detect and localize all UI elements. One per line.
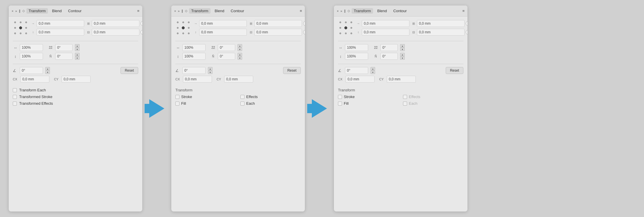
anchor-tc[interactable] xyxy=(20,21,21,23)
rotation-input-1[interactable] xyxy=(20,67,43,74)
tab-contour-2[interactable]: Contour xyxy=(229,8,247,14)
anchor-bc-2[interactable] xyxy=(182,32,184,34)
v-skew-input-3[interactable] xyxy=(380,53,398,60)
transform-each-checkbox[interactable] xyxy=(13,88,17,92)
expand-icon-3[interactable]: » xyxy=(340,9,342,13)
h-scale-input-1[interactable] xyxy=(20,44,43,51)
menu-icon-2[interactable]: ≡ xyxy=(300,9,302,13)
cx-input-1[interactable] xyxy=(20,76,49,83)
h-input-2[interactable] xyxy=(254,29,302,36)
h-skew-down-3[interactable]: ▼ xyxy=(400,48,405,51)
w-radio-3[interactable] xyxy=(466,21,467,26)
menu-icon-1[interactable]: ≡ xyxy=(137,9,139,13)
cy-input-2[interactable] xyxy=(224,76,253,83)
h-input-1[interactable] xyxy=(92,29,139,36)
w-radio-2[interactable] xyxy=(303,21,305,26)
w-input-1[interactable] xyxy=(92,20,139,27)
each-item-3[interactable]: Each xyxy=(403,101,463,106)
stroke-checkbox-2[interactable] xyxy=(175,95,179,99)
v-skew-up-3[interactable]: ▲ xyxy=(400,53,405,56)
h-scale-input-3[interactable] xyxy=(345,44,368,51)
anchor-br-3[interactable] xyxy=(350,32,352,34)
v-skew-down-1[interactable]: ▼ xyxy=(75,56,80,60)
cy-input-3[interactable] xyxy=(387,76,416,83)
anchor-mc[interactable] xyxy=(19,26,22,29)
tab-blend-2[interactable]: Blend xyxy=(212,8,226,14)
v-skew-input-1[interactable] xyxy=(55,53,73,60)
fill-checkbox-2[interactable] xyxy=(175,102,179,106)
anchor-br-2[interactable] xyxy=(188,32,190,34)
anchor-br[interactable] xyxy=(25,32,27,34)
anchor-tc-2[interactable] xyxy=(182,21,184,23)
close-icon[interactable]: × xyxy=(12,9,13,13)
v-scale-input-3[interactable] xyxy=(345,53,368,60)
h-skew-input-3[interactable] xyxy=(380,44,398,51)
v-skew-up-2[interactable]: ▲ xyxy=(238,53,242,56)
transform-each-item[interactable]: Transform Each xyxy=(13,88,138,92)
anchor-ml-2[interactable] xyxy=(177,27,179,29)
x-input-2[interactable] xyxy=(199,20,247,27)
anchor-mr[interactable] xyxy=(25,27,27,29)
stroke-item-2[interactable]: Stroke xyxy=(175,95,236,99)
h-radio-1[interactable] xyxy=(141,30,142,35)
tab-blend-3[interactable]: Blend xyxy=(375,8,389,14)
stroke-item-3[interactable]: Stroke xyxy=(338,95,398,99)
v-skew-up-1[interactable]: ▲ xyxy=(75,53,80,56)
reset-button-3[interactable]: Reset xyxy=(446,67,463,74)
anchor-bc-3[interactable] xyxy=(345,32,347,34)
h-radio-3[interactable] xyxy=(466,30,467,35)
rotation-input-2[interactable] xyxy=(182,67,206,74)
rotation-input-3[interactable] xyxy=(345,67,368,74)
anchor-bl[interactable] xyxy=(14,32,16,34)
y-input-3[interactable] xyxy=(362,29,409,36)
h-skew-up-3[interactable]: ▲ xyxy=(400,44,405,48)
fill-checkbox-3[interactable] xyxy=(338,102,342,106)
rotation-down-1[interactable]: ▼ xyxy=(45,70,50,74)
effects-item-3[interactable]: Effects xyxy=(403,95,463,99)
anchor-bc[interactable] xyxy=(20,32,21,34)
v-scale-input-2[interactable] xyxy=(182,53,206,60)
reset-button-1[interactable]: Reset xyxy=(120,67,138,74)
close-icon-3[interactable]: × xyxy=(337,9,339,13)
transformed-effects-item[interactable]: Transformed Effects xyxy=(13,101,138,106)
anchor-tl-2[interactable] xyxy=(177,21,179,23)
close-icon-2[interactable]: × xyxy=(174,9,176,13)
tab-blend-1[interactable]: Blend xyxy=(50,8,64,14)
x-input-1[interactable] xyxy=(37,20,84,27)
expand-icon[interactable]: » xyxy=(15,9,17,13)
y-input-2[interactable] xyxy=(199,29,247,36)
cy-input-1[interactable] xyxy=(62,76,91,83)
h-scale-input-2[interactable] xyxy=(182,44,206,51)
rotation-down-2[interactable]: ▼ xyxy=(208,70,213,74)
each-checkbox-2[interactable] xyxy=(240,102,244,106)
fill-item-3[interactable]: Fill xyxy=(338,101,398,106)
anchor-tr-2[interactable] xyxy=(188,21,190,23)
anchor-bl-2[interactable] xyxy=(177,32,179,34)
anchor-mc-3[interactable] xyxy=(344,26,347,29)
each-checkbox-3[interactable] xyxy=(403,102,407,106)
h-skew-up-2[interactable]: ▲ xyxy=(238,44,242,48)
anchor-mc-2[interactable] xyxy=(182,26,185,29)
transformed-effects-checkbox[interactable] xyxy=(13,102,17,106)
v-skew-down-2[interactable]: ▼ xyxy=(238,56,242,60)
anchor-tl[interactable] xyxy=(14,21,16,23)
v-skew-input-2[interactable] xyxy=(218,53,235,60)
anchor-ml-3[interactable] xyxy=(339,27,341,29)
anchor-tr[interactable] xyxy=(25,21,27,23)
h-radio-2[interactable] xyxy=(303,30,305,35)
tab-contour-3[interactable]: Contour xyxy=(391,8,409,14)
v-skew-down-3[interactable]: ▼ xyxy=(400,56,405,60)
transformed-stroke-item[interactable]: Transformed Stroke xyxy=(13,95,138,99)
anchor-tc-3[interactable] xyxy=(345,21,347,23)
h-input-3[interactable] xyxy=(417,29,465,36)
tab-transform-1[interactable]: Transform xyxy=(26,8,48,14)
w-input-3[interactable] xyxy=(417,20,465,27)
h-skew-input-2[interactable] xyxy=(218,44,235,51)
transformed-stroke-checkbox[interactable] xyxy=(13,95,17,99)
anchor-mr-2[interactable] xyxy=(188,27,190,29)
cx-input-2[interactable] xyxy=(183,76,212,83)
rotation-up-2[interactable]: ▲ xyxy=(208,67,213,70)
anchor-bl-3[interactable] xyxy=(339,32,341,34)
w-radio-1[interactable] xyxy=(141,21,142,26)
cx-input-3[interactable] xyxy=(346,76,375,83)
